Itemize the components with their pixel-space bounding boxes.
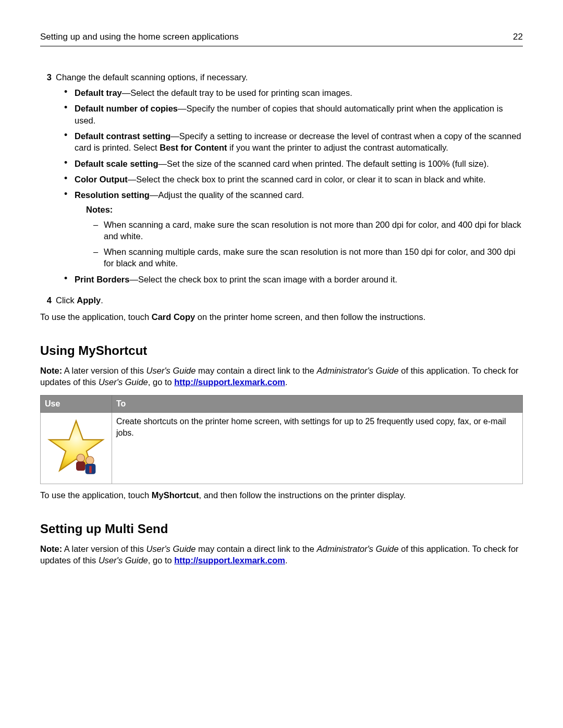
step-4: 4 Click Apply. [40,294,523,306]
svg-point-3 [86,456,94,464]
note-label: Note: [40,544,62,553]
bullet-color-output: Color Output—Select the check box to pri… [63,174,523,185]
svg-rect-2 [76,462,85,471]
term: Color Output [75,175,128,184]
support-link[interactable]: http://support.lexmark.com [174,377,285,387]
step-3-bullets: Default tray—Select the default tray to … [63,87,523,285]
t: , go to [148,377,174,387]
myshortcut-after: To use the application, touch MyShortcut… [40,489,523,501]
term: Default tray [75,88,122,97]
text: Click [56,295,77,305]
text: if you want the printer to adjust the co… [227,143,448,152]
term: Resolution setting [75,190,150,200]
text: To use the application, touch [40,312,152,322]
bullet-resolution: Resolution setting—Adjust the quality of… [63,189,523,269]
bullet-default-tray: Default tray—Select the default tray to … [63,87,523,98]
svg-rect-5 [89,466,91,473]
bullet-default-copies: Default number of copies—Specify the num… [63,103,523,126]
header-title: Setting up and using the home screen app… [40,31,239,43]
i: Administrator's Guide [316,366,398,375]
support-link-2[interactable]: http://support.lexmark.com [174,556,285,565]
step-3-number: 3 [40,71,56,289]
t: may contain a direct link to the [195,544,316,553]
text: —Adjust the quality of the scanned card. [150,190,304,200]
i: Administrator's Guide [316,544,398,553]
table-header-row: Use To [41,396,523,413]
step-3: 3 Change the default scanning options, i… [40,71,523,289]
myshortcut-table: Use To [40,395,523,484]
bold: Best for Content [160,143,227,152]
term: Default contrast setting [75,131,170,141]
t: . [285,556,288,565]
b: MyShortcut [152,490,199,500]
myshortcut-desc: Create shortcuts on the printer home scr… [112,412,523,484]
note-2: When scanning multiple cards, make sure … [93,246,523,269]
page-number: 22 [513,31,523,43]
note-1: When scanning a card, make sure the scan… [93,219,523,242]
heading-myshortcut: Using MyShortcut [40,342,523,359]
svg-point-1 [77,454,84,462]
bullet-default-scale: Default scale setting—Set the size of th… [63,158,523,169]
bullet-default-contrast: Default contrast setting—Specify a setti… [63,130,523,154]
th-to: To [112,396,523,413]
star-people-icon [47,468,105,477]
cardcopy-bold: Card Copy [152,312,195,322]
step-4-number: 4 [40,294,56,306]
t: , go to [148,556,174,565]
text: —Select the check box to print the scann… [128,175,486,184]
myshortcut-icon-cell [41,412,112,484]
term: Default number of copies [75,104,178,113]
cardcopy-instruction: To use the application, touch Card Copy … [40,311,523,323]
th-use: Use [41,396,112,413]
multisend-note: Note: A later version of this User's Gui… [40,543,523,566]
i: User's Guide [99,377,148,387]
t: . [285,377,288,387]
text: on the printer home screen, and then fol… [195,312,425,322]
heading-multisend: Setting up Multi Send [40,521,523,537]
step-3-intro: Change the default scanning options, if … [56,71,523,83]
term: Print Borders [75,275,129,284]
myshortcut-note: Note: A later version of this User's Gui… [40,365,523,388]
notes-list: When scanning a card, make sure the scan… [93,219,523,269]
note-label: Note: [40,366,62,375]
page-header: Setting up and using the home screen app… [40,31,523,46]
apply-bold: Apply [77,295,101,305]
i: User's Guide [99,556,148,565]
text: —Select the default tray to be used for … [122,88,352,97]
t: A later version of this [62,544,146,553]
notes-label: Notes: [86,204,523,215]
t: To use the application, touch [40,490,152,500]
table-row: Create shortcuts on the printer home scr… [41,412,523,484]
text: —Set the size of the scanned card when p… [158,159,488,168]
bullet-print-borders: Print Borders—Select the check box to pr… [63,274,523,285]
term: Default scale setting [75,159,158,168]
text: . [101,295,103,305]
i: User's Guide [146,366,196,375]
svg-marker-0 [49,421,103,471]
t: may contain a direct link to the [195,366,316,375]
t: A later version of this [62,366,146,375]
text: —Select the check box to print the scan … [129,275,397,284]
i: User's Guide [146,544,196,553]
t: , and then follow the instructions on th… [199,490,406,500]
